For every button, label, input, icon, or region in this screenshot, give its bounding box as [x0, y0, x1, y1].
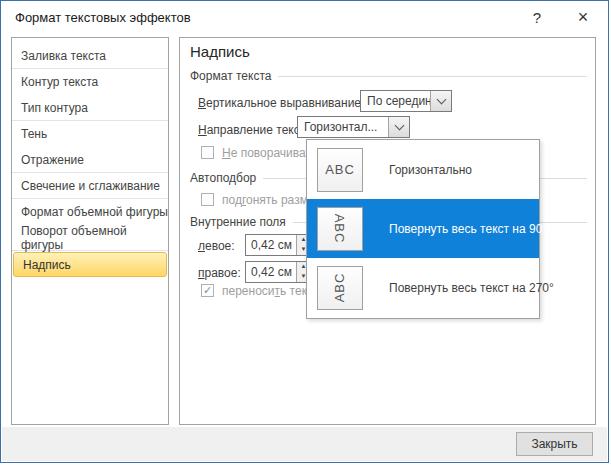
vertical-alignment-value: По середине: [361, 91, 430, 111]
right-margin-value: 0,42 см: [246, 262, 296, 282]
right-margin-spinner[interactable]: 0,42 см ▲ ▼: [245, 261, 311, 283]
abc-horizontal-icon: ABC: [317, 148, 363, 192]
section-format-text: Формат текста: [190, 69, 587, 83]
text-direction-dropdown-menu: ABC Горизонтально ABC Повернуть весь тек…: [306, 139, 540, 319]
section-divider: [278, 76, 587, 77]
help-button[interactable]: ?: [524, 7, 550, 29]
sidebar: Заливка текста Контур текста Тип контура…: [11, 37, 169, 425]
menu-item-rotate-90[interactable]: ABC Повернуть весь текст на 90°: [307, 199, 539, 258]
dialog-title: Формат текстовых эффектов: [15, 10, 191, 25]
abc-rotated-90-icon: ABC: [317, 207, 363, 251]
left-margin-label: левое:: [198, 239, 235, 253]
left-margin-value: 0,42 см: [246, 235, 296, 255]
left-margin-spinner[interactable]: 0,42 см ▲ ▼: [245, 234, 311, 256]
sidebar-item-shadow[interactable]: Тень: [12, 121, 168, 147]
vertical-alignment-label: Вертикальное выравнивание:: [198, 96, 364, 110]
sidebar-item-reflection[interactable]: Отражение: [12, 147, 168, 173]
sidebar-item-3d-format[interactable]: Формат объемной фигуры: [12, 199, 168, 225]
chevron-down-icon[interactable]: [430, 91, 451, 111]
sidebar-item-3d-rotation[interactable]: Поворот объемной фигуры: [12, 225, 168, 251]
sidebar-item-text-box[interactable]: Надпись: [13, 252, 167, 277]
text-direction-combobox[interactable]: Горизонтал...: [297, 116, 410, 138]
wrap-text-checkbox[interactable]: ✓: [201, 284, 214, 297]
sidebar-item-text-outline[interactable]: Контур текста: [12, 69, 168, 95]
text-direction-value: Горизонтал...: [298, 117, 388, 137]
footer: Закрыть: [2, 427, 607, 461]
sidebar-item-outline-style[interactable]: Тип контура: [12, 95, 168, 121]
no-rotate-checkbox[interactable]: [201, 146, 214, 159]
section-autofit-label: Автоподбор: [190, 171, 256, 185]
chevron-down-icon[interactable]: [388, 117, 409, 137]
menu-item-horizontal[interactable]: ABC Горизонтально: [307, 140, 539, 199]
autofit-checkbox[interactable]: [201, 193, 214, 206]
right-margin-label: правое:: [198, 266, 241, 280]
close-button[interactable]: Закрыть: [516, 432, 593, 456]
menu-item-rotate-270[interactable]: ABC Повернуть весь текст на 270°: [307, 258, 539, 317]
panel-title: Надпись: [190, 43, 250, 60]
vertical-alignment-combobox[interactable]: По середине: [360, 90, 452, 112]
abc-rotated-270-icon: ABC: [317, 266, 363, 310]
sidebar-item-text-fill[interactable]: Заливка текста: [12, 43, 168, 69]
section-margins-label: Внутренние поля: [190, 215, 286, 229]
sidebar-item-glow[interactable]: Свечение и сглаживание: [12, 173, 168, 199]
title-bar: Формат текстовых эффектов ? ×: [1, 1, 608, 35]
close-icon[interactable]: ×: [568, 5, 598, 29]
section-format-text-label: Формат текста: [190, 69, 271, 83]
format-text-effects-dialog: Формат текстовых эффектов ? × Заливка те…: [0, 0, 609, 463]
